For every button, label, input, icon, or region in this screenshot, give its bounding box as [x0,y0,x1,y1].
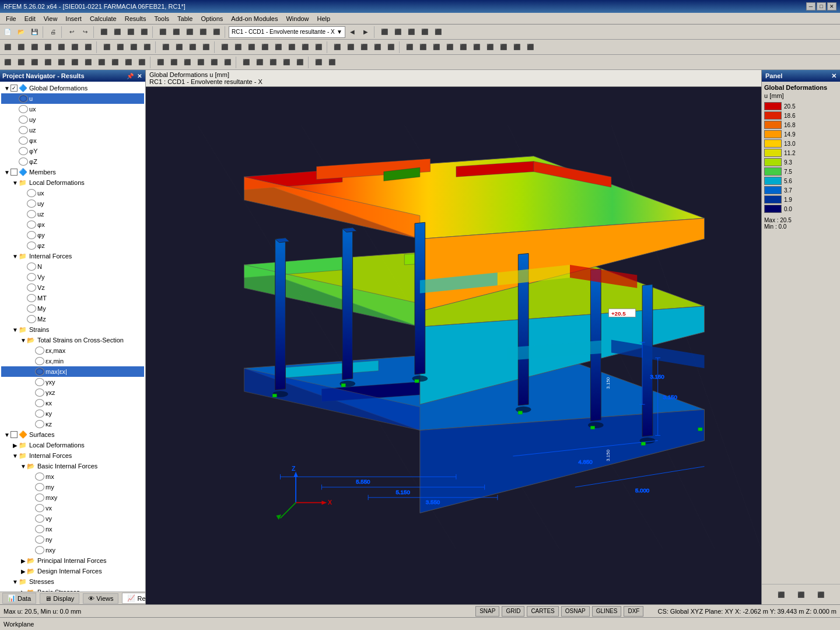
tree-item-m-maxex[interactable]: max|εx| [1,366,144,377]
tb2-b8[interactable]: ⬛ [100,41,113,54]
tree-item-m-My[interactable]: My [1,303,144,314]
tree-item-s-local-deformations[interactable]: ▶📁Local Deformations [1,440,144,450]
tb-print[interactable]: 🖨 [47,26,60,38]
tree-item-m-phiy[interactable]: φy [1,230,144,240]
load-case-dropdown[interactable]: RC1 - CCD1 - Envolvente resultante - X ▼ [229,26,345,38]
tree-item-m-N[interactable]: N [1,261,144,272]
tree-toggle-s-local-deformations[interactable]: ▶ [12,442,19,449]
tb3-b23[interactable]: ⬛ [312,56,325,69]
tree-item-local-deformations[interactable]: ▼📁Local Deformations [1,177,144,188]
tb3-b16[interactable]: ⬛ [208,56,220,69]
menu-view[interactable]: View [40,13,61,24]
tree-item-s-basic-internal-forces[interactable]: ▼📂Basic Internal Forces [1,461,144,471]
tb3-b7[interactable]: ⬛ [82,56,94,69]
tb2-b10[interactable]: ⬛ [127,41,140,54]
tree-item-s-vx[interactable]: vx [1,503,144,513]
tree-item-s-nxy[interactable]: nxy [1,545,144,555]
tree-toggle-members[interactable]: ▼ [4,169,10,176]
tb2-b25[interactable]: ⬛ [344,41,357,54]
menu-results[interactable]: Results [121,13,150,24]
tb-b8[interactable]: ⬛ [197,26,209,38]
tree-item-m-MT[interactable]: MT [1,293,144,303]
tb-b9[interactable]: ⬛ [210,26,223,38]
view-area[interactable]: Global Deformations u [mm] RC1 : CCD1 - … [146,70,761,604]
tb2-b22[interactable]: ⬛ [299,41,312,54]
tree-item-m-exmin[interactable]: εx,min [1,356,144,366]
tb-prev[interactable]: ◀ [346,26,359,38]
menu-file[interactable]: File [2,13,20,24]
tb2-b21[interactable]: ⬛ [285,41,298,54]
tb3-b9[interactable]: ⬛ [108,56,121,69]
dxf-button[interactable]: DXF [624,606,643,617]
tb-open[interactable]: 📂 [15,26,27,38]
tree-item-m-yxy[interactable]: γxy [1,377,144,387]
tb-next[interactable]: ▶ [359,26,372,38]
tb-redo[interactable]: ↪ [79,26,92,38]
tb3-b24[interactable]: ⬛ [326,56,338,69]
nav-header-controls[interactable]: 📌 ✕ [125,73,143,79]
tb2-b7[interactable]: ⬛ [82,41,94,54]
tb-b7[interactable]: ⬛ [183,26,196,38]
tree-toggle-s-basic-internal-forces[interactable]: ▼ [20,463,27,470]
tree-item-s-principal-internal-forces[interactable]: ▶📂Principal Internal Forces [1,555,144,566]
tb2-b20[interactable]: ⬛ [272,41,285,54]
tb-b3[interactable]: ⬛ [124,26,137,38]
tree-item-m-Mz[interactable]: Mz [1,314,144,324]
tree-item-phiz[interactable]: φZ [1,156,144,167]
tb3-b4[interactable]: ⬛ [41,56,54,69]
tb2-b26[interactable]: ⬛ [358,41,370,54]
tb2-b28[interactable]: ⬛ [384,41,397,54]
tree-item-m-yxz[interactable]: γxz [1,387,144,398]
tree-item-m-Vz[interactable]: Vz [1,282,144,293]
tb3-b20[interactable]: ⬛ [267,56,279,69]
tb3-b19[interactable]: ⬛ [253,56,266,69]
tree-item-s-vy[interactable]: vy [1,513,144,524]
nav-close-button[interactable]: ✕ [136,73,143,79]
tree-item-m-kx[interactable]: κx [1,398,144,408]
tb2-b32[interactable]: ⬛ [443,41,456,54]
tb3-b13[interactable]: ⬛ [167,56,180,69]
tree-toggle-m-internal-forces[interactable]: ▼ [12,253,19,260]
menu-calculate[interactable]: Calculate [86,13,120,24]
tree-item-m-internal-forces[interactable]: ▼📁Internal Forces [1,251,144,261]
tree-item-s-design-internal-forces[interactable]: ▶📂Design Internal Forces [1,566,144,576]
tree-item-s-my[interactable]: my [1,482,144,492]
tb2-b9[interactable]: ⬛ [114,41,127,54]
tb2-b14[interactable]: ⬛ [186,41,199,54]
tb-b4[interactable]: ⬛ [138,26,150,38]
tb2-b24[interactable]: ⬛ [331,41,344,54]
tb3-b2[interactable]: ⬛ [15,56,27,69]
tree-item-m-total-strains[interactable]: ▼📂Total Strains on Cross-Section [1,335,144,345]
tree-toggle-m-total-strains[interactable]: ▼ [20,337,27,344]
nav-tab-views[interactable]: 👁 Views [83,593,118,604]
tb-b6[interactable]: ⬛ [170,26,183,38]
panel-render-btn[interactable]: ⬛ [792,587,810,602]
tree-item-global-deformations[interactable]: ▼✓🔷Global Deformations [1,83,144,93]
menu-addon[interactable]: Add-on Modules [228,13,281,24]
maximize-button[interactable]: □ [817,2,826,10]
close-button[interactable]: ✕ [827,2,836,10]
tree-item-m-uy[interactable]: uy [1,198,144,209]
tb3-b21[interactable]: ⬛ [280,56,293,69]
tree-toggle-m-strains[interactable]: ▼ [12,327,19,333]
nav-tab-display[interactable]: 🖥 Display [40,593,79,604]
tb2-b35[interactable]: ⬛ [484,41,496,54]
tb3-b8[interactable]: ⬛ [95,56,108,69]
menu-help[interactable]: Help [314,13,334,24]
nav-tab-data[interactable]: 📊 Data [2,593,36,604]
tb2-b29[interactable]: ⬛ [403,41,416,54]
tb3-b11[interactable]: ⬛ [135,56,148,69]
tb2-b11[interactable]: ⬛ [141,41,153,54]
tb2-b18[interactable]: ⬛ [245,41,258,54]
nav-pin-button[interactable]: 📌 [125,73,135,79]
tree-toggle-s-design-internal-forces[interactable]: ▶ [20,568,27,575]
tb2-b4[interactable]: ⬛ [41,41,54,54]
tree-toggle-s-internal-forces[interactable]: ▼ [12,453,19,459]
tb3-b14[interactable]: ⬛ [181,56,194,69]
tree-item-uz[interactable]: uz [1,125,144,135]
tb-c3[interactable]: ⬛ [405,26,418,38]
tb-c2[interactable]: ⬛ [391,26,404,38]
nav-tab-results[interactable]: 📈 Results [122,593,146,604]
menu-options[interactable]: Options [197,13,226,24]
tree-item-members[interactable]: ▼🔷Members [1,167,144,177]
